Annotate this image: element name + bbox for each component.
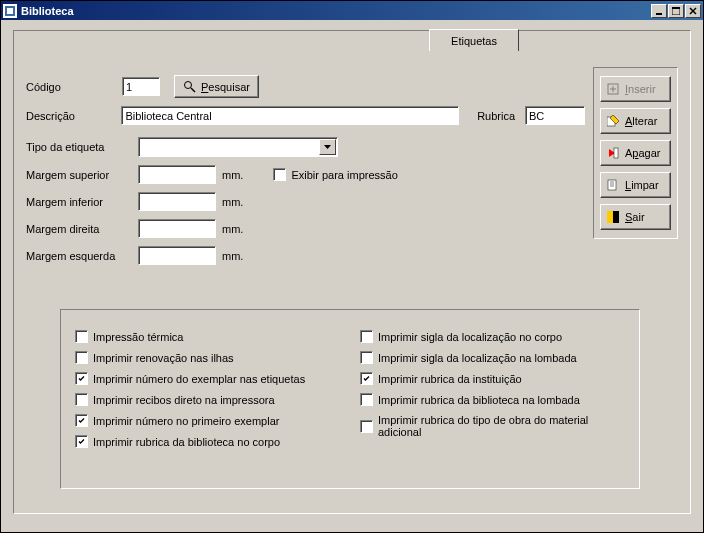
checkbox[interactable] bbox=[360, 393, 373, 406]
checkbox-label: Imprimir número no primeiro exemplar bbox=[93, 415, 279, 427]
checkbox-label: Imprimir rubrica do tipo de obra do mate… bbox=[378, 414, 625, 438]
mm-label: mm. bbox=[222, 250, 243, 262]
descricao-label: Descrição bbox=[26, 110, 121, 122]
margem-sup-input[interactable] bbox=[138, 165, 216, 184]
checkbox[interactable] bbox=[360, 351, 373, 364]
checkbox-row: Impressão térmica bbox=[75, 330, 340, 343]
exit-icon bbox=[606, 210, 620, 224]
margem-sup-label: Margem superior bbox=[26, 169, 138, 181]
sair-button[interactable]: Sair bbox=[600, 204, 671, 230]
checkbox-row: Imprimir recibos direto na impressora bbox=[75, 393, 340, 406]
svg-rect-16 bbox=[614, 148, 618, 158]
margem-esq-input[interactable] bbox=[138, 246, 216, 265]
checkbox[interactable] bbox=[75, 414, 88, 427]
margem-esq-label: Margem esquerda bbox=[26, 250, 138, 262]
checkbox-row: Imprimir número no primeiro exemplar bbox=[75, 414, 340, 427]
margem-inf-label: Margem inferior bbox=[26, 196, 138, 208]
checkbox-label: Imprimir número do exemplar nas etiqueta… bbox=[93, 373, 305, 385]
checkbox-column-right: Imprimir sigla da localização no corpoIm… bbox=[360, 330, 625, 448]
svg-rect-17 bbox=[608, 180, 616, 190]
alterar-button[interactable]: Alterar bbox=[600, 108, 671, 134]
checkbox[interactable] bbox=[75, 372, 88, 385]
side-buttons: Inserir Alterar Apagar Limpar Sair bbox=[593, 67, 678, 239]
checkbox-label: Imprimir rubrica da biblioteca na lombad… bbox=[378, 394, 580, 406]
checkbox-column-left: Impressão térmicaImprimir renovação nas … bbox=[75, 330, 340, 448]
checkbox-row: Imprimir rubrica da instituição bbox=[360, 372, 625, 385]
inserir-button[interactable]: Inserir bbox=[600, 76, 671, 102]
svg-rect-22 bbox=[613, 211, 619, 223]
codigo-input[interactable] bbox=[122, 77, 160, 96]
checkbox-label: Imprimir renovação nas ilhas bbox=[93, 352, 234, 364]
apagar-label: Apagar bbox=[625, 147, 665, 159]
svg-rect-2 bbox=[656, 13, 662, 15]
svg-rect-1 bbox=[7, 8, 13, 14]
main-frame: Etiquetas Código Pesquisar Descrição bbox=[13, 30, 691, 514]
rubrica-input[interactable] bbox=[525, 106, 585, 125]
limpar-button[interactable]: Limpar bbox=[600, 172, 671, 198]
app-icon bbox=[3, 4, 17, 18]
checkbox-label: Imprimir sigla da localização na lombada bbox=[378, 352, 577, 364]
clear-icon bbox=[606, 178, 620, 192]
svg-marker-9 bbox=[324, 145, 331, 149]
pesquisar-label: Pesquisar bbox=[201, 81, 250, 93]
rubrica-label: Rubrica bbox=[477, 110, 515, 122]
svg-rect-4 bbox=[672, 7, 680, 9]
checkbox-label: Imprimir rubrica da instituição bbox=[378, 373, 522, 385]
edit-icon bbox=[606, 114, 620, 128]
codigo-label: Código bbox=[26, 81, 122, 93]
tipo-select[interactable] bbox=[138, 137, 338, 157]
form-area: Código Pesquisar Descrição Rubrica bbox=[26, 75, 585, 273]
margem-dir-label: Margem direita bbox=[26, 223, 138, 235]
exibir-label: Exibir para impressão bbox=[291, 169, 397, 181]
inserir-label: Inserir bbox=[625, 83, 665, 95]
checkbox[interactable] bbox=[360, 372, 373, 385]
margem-dir-input[interactable] bbox=[138, 219, 216, 238]
margem-inf-input[interactable] bbox=[138, 192, 216, 211]
alterar-label: Alterar bbox=[625, 115, 665, 127]
checkbox[interactable] bbox=[360, 330, 373, 343]
tipo-label: Tipo da etiqueta bbox=[26, 141, 138, 153]
titlebar: Biblioteca bbox=[1, 1, 703, 20]
maximize-button[interactable] bbox=[668, 4, 684, 18]
checkbox[interactable] bbox=[75, 393, 88, 406]
checkbox[interactable] bbox=[75, 330, 88, 343]
checkbox-label: Imprimir sigla da localização no corpo bbox=[378, 331, 562, 343]
search-icon bbox=[183, 80, 197, 94]
mm-label: mm. bbox=[222, 169, 243, 181]
client-area: Etiquetas Código Pesquisar Descrição bbox=[1, 20, 703, 532]
checkbox[interactable] bbox=[75, 351, 88, 364]
pesquisar-button[interactable]: Pesquisar bbox=[174, 75, 259, 98]
checkbox-label: Imprimir rubrica da biblioteca no corpo bbox=[93, 436, 280, 448]
chevron-down-icon bbox=[319, 139, 336, 155]
window-title: Biblioteca bbox=[21, 5, 651, 17]
sair-label: Sair bbox=[625, 211, 665, 223]
minimize-button[interactable] bbox=[651, 4, 667, 18]
svg-rect-21 bbox=[607, 211, 613, 223]
apagar-button[interactable]: Apagar bbox=[600, 140, 671, 166]
checkbox-row: Imprimir sigla da localização na lombada bbox=[360, 351, 625, 364]
checkbox-row: Imprimir rubrica do tipo de obra do mate… bbox=[360, 414, 625, 438]
checkbox-label: Impressão térmica bbox=[93, 331, 183, 343]
mm-label: mm. bbox=[222, 196, 243, 208]
mm-label: mm. bbox=[222, 223, 243, 235]
descricao-input[interactable] bbox=[121, 106, 459, 125]
delete-icon bbox=[606, 146, 620, 160]
checkbox[interactable] bbox=[360, 420, 373, 433]
limpar-label: Limpar bbox=[625, 179, 665, 191]
checkbox-row: Imprimir sigla da localização no corpo bbox=[360, 330, 625, 343]
svg-point-7 bbox=[185, 81, 192, 88]
checkbox-panel: Impressão térmicaImprimir renovação nas … bbox=[60, 309, 640, 489]
insert-icon bbox=[606, 82, 620, 96]
tab-etiquetas[interactable]: Etiquetas bbox=[429, 29, 519, 51]
svg-line-8 bbox=[191, 88, 195, 92]
exibir-checkbox[interactable] bbox=[273, 168, 286, 181]
tab-label: Etiquetas bbox=[451, 35, 497, 47]
checkbox-label: Imprimir recibos direto na impressora bbox=[93, 394, 275, 406]
checkbox-row: Imprimir número do exemplar nas etiqueta… bbox=[75, 372, 340, 385]
checkbox[interactable] bbox=[75, 435, 88, 448]
checkbox-row: Imprimir rubrica da biblioteca na lombad… bbox=[360, 393, 625, 406]
window: Biblioteca Etiquetas Código Pesquisar bbox=[0, 0, 704, 533]
checkbox-row: Imprimir rubrica da biblioteca no corpo bbox=[75, 435, 340, 448]
window-controls bbox=[651, 4, 701, 18]
close-button[interactable] bbox=[685, 4, 701, 18]
